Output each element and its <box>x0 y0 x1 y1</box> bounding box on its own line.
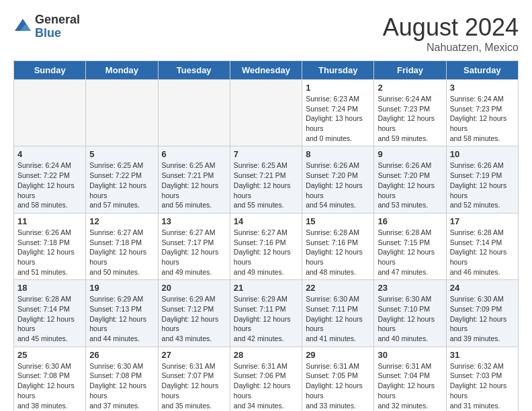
day-number: 22 <box>306 283 370 293</box>
day-header-wednesday: Wednesday <box>230 61 302 80</box>
day-number: 6 <box>162 149 226 159</box>
day-info: Sunrise: 6:25 AMSunset: 7:21 PMDaylight:… <box>234 161 298 210</box>
calendar-week-row: 4Sunrise: 6:24 AMSunset: 7:22 PMDaylight… <box>14 146 519 213</box>
day-info: Sunrise: 6:28 AMSunset: 7:14 PMDaylight:… <box>17 294 82 343</box>
day-info: Sunrise: 6:25 AMSunset: 7:22 PMDaylight:… <box>89 161 154 210</box>
day-info: Sunrise: 6:31 AMSunset: 7:07 PMDaylight:… <box>162 361 226 410</box>
day-number: 18 <box>17 283 82 293</box>
calendar-cell: 18Sunrise: 6:28 AMSunset: 7:14 PMDayligh… <box>14 280 86 347</box>
day-number: 8 <box>306 149 370 159</box>
day-info: Sunrise: 6:28 AMSunset: 7:14 PMDaylight:… <box>450 228 515 277</box>
day-info: Sunrise: 6:28 AMSunset: 7:16 PMDaylight:… <box>306 228 370 277</box>
day-info: Sunrise: 6:30 AMSunset: 7:10 PMDaylight:… <box>378 294 442 343</box>
day-header-monday: Monday <box>86 61 158 80</box>
day-info: Sunrise: 6:27 AMSunset: 7:16 PMDaylight:… <box>234 228 298 277</box>
logo-general-text: General <box>35 13 80 27</box>
day-number: 26 <box>89 350 154 360</box>
calendar-cell: 31Sunrise: 6:32 AMSunset: 7:03 PMDayligh… <box>446 347 518 411</box>
calendar-week-row: 25Sunrise: 6:30 AMSunset: 7:08 PMDayligh… <box>14 347 519 411</box>
calendar-cell: 2Sunrise: 6:24 AMSunset: 7:23 PMDaylight… <box>374 80 446 146</box>
day-info: Sunrise: 6:29 AMSunset: 7:13 PMDaylight:… <box>89 294 154 343</box>
day-header-thursday: Thursday <box>302 61 374 80</box>
page-header: General Blue August 2024 Nahuatzen, Mexi… <box>13 13 519 54</box>
month-year-title: August 2024 <box>383 13 519 42</box>
calendar-cell <box>86 80 158 146</box>
calendar-cell: 10Sunrise: 6:26 AMSunset: 7:19 PMDayligh… <box>446 146 518 213</box>
calendar-cell: 21Sunrise: 6:29 AMSunset: 7:11 PMDayligh… <box>230 280 302 347</box>
calendar-cell: 5Sunrise: 6:25 AMSunset: 7:22 PMDaylight… <box>86 146 158 213</box>
calendar-week-row: 1Sunrise: 6:23 AMSunset: 7:24 PMDaylight… <box>14 80 519 146</box>
calendar-cell: 23Sunrise: 6:30 AMSunset: 7:10 PMDayligh… <box>374 280 446 347</box>
day-info: Sunrise: 6:30 AMSunset: 7:09 PMDaylight:… <box>450 294 515 343</box>
calendar-week-row: 11Sunrise: 6:26 AMSunset: 7:18 PMDayligh… <box>14 213 519 279</box>
day-info: Sunrise: 6:26 AMSunset: 7:19 PMDaylight:… <box>450 161 515 210</box>
day-number: 14 <box>234 216 298 226</box>
calendar-cell: 24Sunrise: 6:30 AMSunset: 7:09 PMDayligh… <box>446 280 518 347</box>
day-number: 13 <box>162 216 226 226</box>
calendar-cell: 9Sunrise: 6:26 AMSunset: 7:20 PMDaylight… <box>374 146 446 213</box>
day-number: 29 <box>306 350 370 360</box>
day-info: Sunrise: 6:26 AMSunset: 7:20 PMDaylight:… <box>306 161 370 210</box>
day-number: 7 <box>234 149 298 159</box>
day-number: 1 <box>306 83 370 93</box>
logo-icon <box>13 17 32 36</box>
day-number: 9 <box>378 149 442 159</box>
calendar-cell: 17Sunrise: 6:28 AMSunset: 7:14 PMDayligh… <box>446 213 518 279</box>
calendar-cell: 8Sunrise: 6:26 AMSunset: 7:20 PMDaylight… <box>302 146 374 213</box>
day-number: 3 <box>450 83 515 93</box>
calendar-cell: 16Sunrise: 6:28 AMSunset: 7:15 PMDayligh… <box>374 213 446 279</box>
calendar-cell: 30Sunrise: 6:31 AMSunset: 7:04 PMDayligh… <box>374 347 446 411</box>
day-info: Sunrise: 6:24 AMSunset: 7:23 PMDaylight:… <box>378 94 442 143</box>
day-info: Sunrise: 6:24 AMSunset: 7:22 PMDaylight:… <box>17 161 82 210</box>
calendar-cell <box>14 80 86 146</box>
day-info: Sunrise: 6:29 AMSunset: 7:11 PMDaylight:… <box>234 294 298 343</box>
day-info: Sunrise: 6:23 AMSunset: 7:24 PMDaylight:… <box>306 94 370 143</box>
day-header-friday: Friday <box>374 61 446 80</box>
day-info: Sunrise: 6:26 AMSunset: 7:20 PMDaylight:… <box>378 161 442 210</box>
calendar-cell <box>230 80 302 146</box>
location-subtitle: Nahuatzen, Mexico <box>383 42 519 54</box>
day-header-tuesday: Tuesday <box>158 61 230 80</box>
day-info: Sunrise: 6:26 AMSunset: 7:18 PMDaylight:… <box>17 228 82 277</box>
logo-blue-text: Blue <box>35 27 80 40</box>
day-number: 21 <box>234 283 298 293</box>
calendar-cell: 13Sunrise: 6:27 AMSunset: 7:17 PMDayligh… <box>158 213 230 279</box>
calendar-cell: 12Sunrise: 6:27 AMSunset: 7:18 PMDayligh… <box>86 213 158 279</box>
day-number: 4 <box>17 149 82 159</box>
calendar-cell: 26Sunrise: 6:30 AMSunset: 7:08 PMDayligh… <box>86 347 158 411</box>
calendar-cell: 7Sunrise: 6:25 AMSunset: 7:21 PMDaylight… <box>230 146 302 213</box>
calendar-cell: 3Sunrise: 6:24 AMSunset: 7:23 PMDaylight… <box>446 80 518 146</box>
calendar-cell: 19Sunrise: 6:29 AMSunset: 7:13 PMDayligh… <box>86 280 158 347</box>
title-block: August 2024 Nahuatzen, Mexico <box>383 13 519 54</box>
calendar-cell: 28Sunrise: 6:31 AMSunset: 7:06 PMDayligh… <box>230 347 302 411</box>
calendar-cell: 11Sunrise: 6:26 AMSunset: 7:18 PMDayligh… <box>14 213 86 279</box>
day-info: Sunrise: 6:31 AMSunset: 7:04 PMDaylight:… <box>378 361 442 410</box>
day-info: Sunrise: 6:27 AMSunset: 7:18 PMDaylight:… <box>89 228 154 277</box>
day-info: Sunrise: 6:30 AMSunset: 7:08 PMDaylight:… <box>89 361 154 410</box>
day-number: 25 <box>17 350 82 360</box>
day-header-sunday: Sunday <box>14 61 86 80</box>
day-info: Sunrise: 6:29 AMSunset: 7:12 PMDaylight:… <box>162 294 226 343</box>
day-number: 20 <box>162 283 226 293</box>
day-number: 10 <box>450 149 515 159</box>
day-number: 19 <box>89 283 154 293</box>
day-info: Sunrise: 6:27 AMSunset: 7:17 PMDaylight:… <box>162 228 226 277</box>
calendar-cell: 4Sunrise: 6:24 AMSunset: 7:22 PMDaylight… <box>14 146 86 213</box>
day-info: Sunrise: 6:30 AMSunset: 7:08 PMDaylight:… <box>17 361 82 410</box>
day-info: Sunrise: 6:25 AMSunset: 7:21 PMDaylight:… <box>162 161 226 210</box>
day-info: Sunrise: 6:31 AMSunset: 7:06 PMDaylight:… <box>234 361 298 410</box>
calendar-table: SundayMondayTuesdayWednesdayThursdayFrid… <box>13 60 519 411</box>
calendar-cell: 15Sunrise: 6:28 AMSunset: 7:16 PMDayligh… <box>302 213 374 279</box>
day-number: 15 <box>306 216 370 226</box>
day-number: 5 <box>89 149 154 159</box>
calendar-cell: 20Sunrise: 6:29 AMSunset: 7:12 PMDayligh… <box>158 280 230 347</box>
day-number: 2 <box>378 83 442 93</box>
day-number: 11 <box>17 216 82 226</box>
day-number: 12 <box>89 216 154 226</box>
calendar-cell: 14Sunrise: 6:27 AMSunset: 7:16 PMDayligh… <box>230 213 302 279</box>
header-row: SundayMondayTuesdayWednesdayThursdayFrid… <box>14 61 519 80</box>
day-number: 28 <box>234 350 298 360</box>
day-number: 17 <box>450 216 515 226</box>
calendar-cell <box>158 80 230 146</box>
calendar-cell: 25Sunrise: 6:30 AMSunset: 7:08 PMDayligh… <box>14 347 86 411</box>
